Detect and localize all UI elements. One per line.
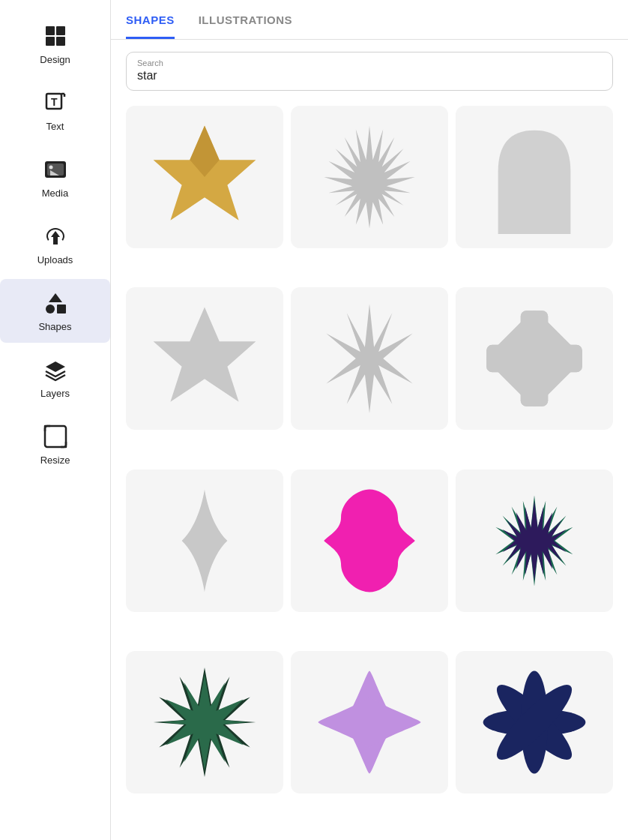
shape-star-gold[interactable]	[126, 106, 283, 248]
svg-rect-15	[57, 304, 66, 314]
svg-marker-13	[49, 293, 62, 302]
search-container: Search	[111, 40, 628, 100]
svg-rect-1	[56, 26, 65, 35]
svg-rect-3	[56, 37, 65, 46]
shape-star-4white[interactable]	[126, 470, 283, 612]
search-input[interactable]	[137, 69, 602, 82]
svg-point-10	[49, 166, 52, 170]
shape-star-4purple[interactable]	[291, 651, 448, 794]
shape-star-8teal[interactable]	[126, 651, 283, 794]
sidebar-item-uploads-label: Uploads	[37, 254, 73, 266]
shape-arch[interactable]	[456, 106, 613, 248]
text-icon: T	[42, 89, 69, 116]
svg-marker-30	[161, 674, 248, 770]
svg-text:T: T	[51, 96, 58, 108]
tab-illustrations[interactable]: ILLUSTRATIONS	[199, 0, 292, 39]
shape-asterisk[interactable]	[456, 287, 613, 430]
layers-icon	[42, 356, 69, 383]
sidebar-item-media-label: Media	[42, 188, 68, 199]
tab-shapes[interactable]: SHAPES	[126, 0, 175, 39]
shape-star-spiky[interactable]	[291, 106, 448, 248]
sidebar-item-layers-label: Layers	[40, 388, 70, 399]
svg-marker-21	[326, 304, 413, 413]
svg-marker-28	[502, 500, 566, 580]
sidebar: Design T Text Media	[0, 0, 111, 840]
shapes-grid	[111, 100, 628, 840]
sidebar-item-shapes[interactable]: Shapes	[0, 279, 110, 343]
svg-marker-20	[154, 308, 256, 402]
sidebar-item-design-label: Design	[40, 54, 70, 65]
design-icon	[42, 22, 69, 50]
sidebar-item-text-label: Text	[46, 121, 64, 132]
svg-marker-19	[324, 126, 415, 229]
shape-star-gray[interactable]	[126, 287, 283, 430]
sidebar-item-design[interactable]: Design	[0, 12, 110, 76]
sidebar-item-uploads[interactable]: Uploads	[0, 212, 110, 276]
search-label: Search	[137, 58, 602, 68]
main-content: SHAPES ILLUSTRATIONS Search	[111, 0, 628, 840]
shape-star-4pink[interactable]	[291, 470, 448, 612]
resize-icon	[42, 423, 69, 450]
svg-rect-16	[45, 426, 66, 447]
svg-marker-12	[51, 231, 60, 244]
search-box: Search	[126, 52, 613, 91]
sidebar-item-resize[interactable]: Resize	[0, 412, 110, 476]
svg-rect-2	[46, 37, 55, 46]
sidebar-item-resize-label: Resize	[40, 454, 70, 466]
sidebar-item-layers[interactable]: Layers	[0, 346, 110, 410]
shape-starburst-dark[interactable]	[456, 470, 613, 612]
media-icon	[42, 156, 69, 183]
svg-rect-0	[46, 26, 55, 35]
shape-star-8navy[interactable]	[456, 651, 613, 794]
sidebar-item-shapes-label: Shapes	[38, 321, 71, 332]
shapes-icon	[42, 290, 69, 316]
shape-star-6sharp[interactable]	[291, 287, 448, 430]
tabs-bar: SHAPES ILLUSTRATIONS	[111, 0, 628, 40]
svg-rect-26	[486, 345, 582, 372]
uploads-icon	[42, 223, 69, 250]
sidebar-item-media[interactable]: Media	[0, 146, 110, 209]
svg-point-14	[46, 304, 55, 314]
sidebar-item-text[interactable]: T Text	[0, 79, 110, 142]
